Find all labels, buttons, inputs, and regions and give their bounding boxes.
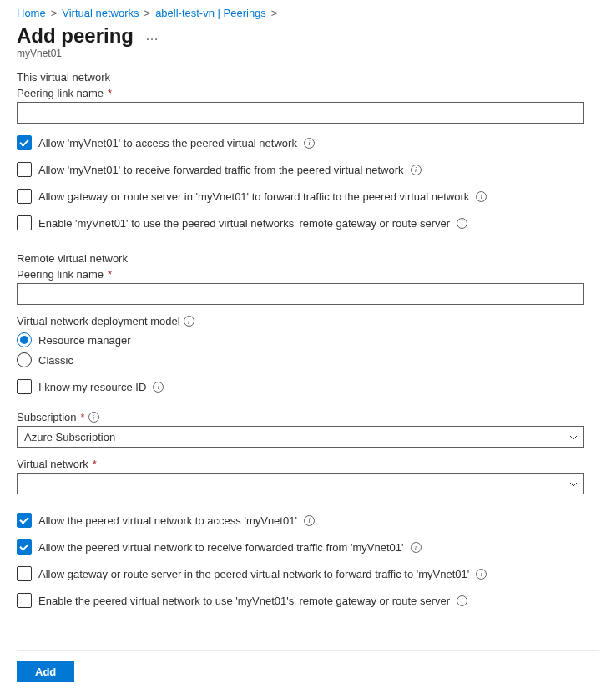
info-icon[interactable] — [457, 595, 467, 606]
info-icon[interactable] — [457, 218, 467, 229]
info-icon[interactable] — [304, 138, 315, 149]
subscription-value: Azure Subscription — [24, 431, 115, 443]
info-icon[interactable] — [476, 191, 487, 202]
local-peering-link-label: Peering link name* — [17, 87, 599, 99]
info-icon[interactable] — [411, 165, 422, 175]
more-actions-button[interactable]: … — [142, 28, 162, 43]
chevron-right-icon: > — [271, 7, 278, 19]
local-gateway-forward-checkbox[interactable] — [17, 189, 32, 204]
add-button[interactable]: Add — [17, 661, 74, 682]
chevron-right-icon: > — [51, 7, 58, 19]
local-section-title: This virtual network — [17, 71, 599, 84]
info-icon[interactable] — [411, 542, 422, 553]
info-icon[interactable] — [476, 569, 487, 580]
local-allow-access-checkbox[interactable] — [17, 135, 32, 150]
remote-section-title: Remote virtual network — [17, 252, 599, 265]
know-resource-id-label: I know my resource ID — [38, 381, 146, 393]
subscription-label: Subscription* — [17, 411, 599, 423]
remote-allow-access-label: Allow the peered virtual network to acce… — [38, 514, 297, 527]
breadcrumb: Home > Virtual networks > abell-test-vn … — [17, 7, 599, 19]
remote-receive-forwarded-label: Allow the peered virtual network to rece… — [38, 541, 404, 554]
info-icon[interactable] — [304, 515, 315, 526]
chevron-right-icon: > — [144, 7, 151, 19]
required-indicator: * — [81, 411, 85, 423]
know-resource-id-checkbox[interactable] — [17, 379, 32, 394]
required-indicator: * — [108, 268, 112, 281]
virtual-network-select[interactable] — [17, 473, 584, 494]
required-indicator: * — [93, 458, 97, 470]
breadcrumb-home[interactable]: Home — [17, 7, 46, 19]
deployment-model-label: Virtual network deployment model — [17, 315, 599, 327]
deployment-model-classic-radio[interactable] — [17, 352, 32, 367]
local-receive-forwarded-label: Allow 'myVnet01' to receive forwarded tr… — [38, 164, 404, 176]
remote-peering-link-input[interactable] — [17, 283, 584, 305]
page-subtitle: myVnet01 — [17, 48, 599, 59]
info-icon[interactable] — [153, 382, 164, 393]
deployment-model-rm-label: Resource manager — [38, 334, 131, 347]
info-icon[interactable] — [184, 316, 194, 327]
local-receive-forwarded-checkbox[interactable] — [17, 162, 32, 177]
deployment-model-rm-radio[interactable] — [17, 332, 32, 347]
remote-use-remote-gateway-label: Enable the peered virtual network to use… — [38, 595, 450, 607]
chevron-down-icon — [568, 479, 577, 488]
breadcrumb-vnet-peerings[interactable]: abell-test-vn | Peerings — [155, 7, 266, 19]
remote-allow-access-checkbox[interactable] — [17, 513, 32, 528]
local-use-remote-gateway-label: Enable 'myVnet01' to use the peered virt… — [38, 217, 450, 230]
local-use-remote-gateway-checkbox[interactable] — [17, 215, 32, 230]
remote-peering-link-label: Peering link name* — [17, 268, 599, 281]
subscription-select[interactable]: Azure Subscription — [17, 426, 584, 448]
page-title: Add peering — [17, 24, 134, 48]
remote-gateway-forward-label: Allow gateway or route server in the pee… — [38, 568, 469, 580]
remote-use-remote-gateway-checkbox[interactable] — [17, 593, 32, 608]
footer: Add — [17, 650, 599, 682]
virtual-network-label: Virtual network* — [17, 458, 599, 470]
local-peering-link-input[interactable] — [17, 102, 584, 124]
remote-gateway-forward-checkbox[interactable] — [17, 566, 32, 581]
info-icon[interactable] — [88, 412, 99, 423]
required-indicator: * — [108, 87, 112, 99]
local-gateway-forward-label: Allow gateway or route server in 'myVnet… — [38, 190, 469, 203]
deployment-model-classic-label: Classic — [38, 354, 73, 367]
local-allow-access-label: Allow 'myVnet01' to access the peered vi… — [38, 137, 297, 149]
breadcrumb-virtual-networks[interactable]: Virtual networks — [62, 7, 139, 19]
remote-receive-forwarded-checkbox[interactable] — [17, 539, 32, 555]
chevron-down-icon — [568, 433, 577, 441]
